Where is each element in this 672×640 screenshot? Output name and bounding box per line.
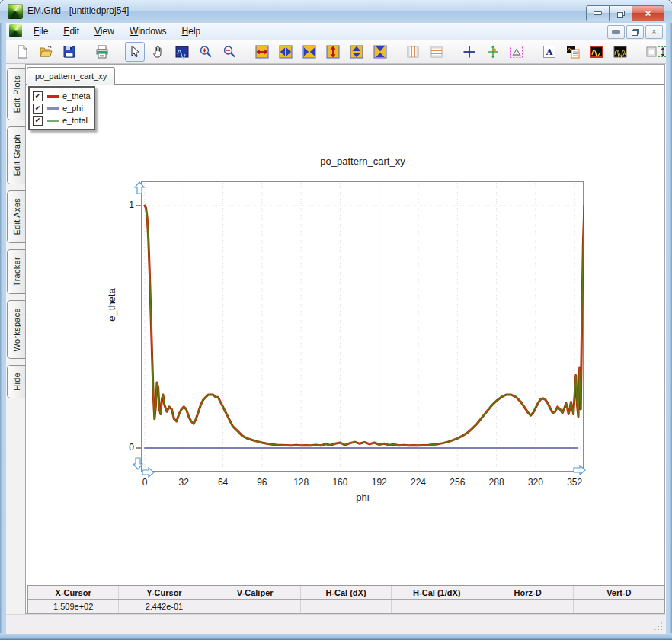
sidebar-tab-workspace[interactable]: Workspace: [7, 300, 25, 360]
legend-item-e_theta: ✔e_theta: [33, 90, 91, 102]
sidebar-tab-edit-plots[interactable]: Edit Plots: [7, 68, 25, 120]
pan-hand-button[interactable]: [149, 42, 168, 62]
text-annotation-button[interactable]: A: [539, 42, 559, 62]
open-file-button[interactable]: [36, 42, 56, 62]
mdi-minimize-button[interactable]: [607, 25, 625, 39]
maximize-button[interactable]: [610, 5, 632, 21]
vertical-spacing-icon: [645, 44, 666, 59]
vertical-spacing-button[interactable]: [643, 42, 666, 62]
stretch-x-axis-button[interactable]: [276, 42, 296, 62]
sidebar-tab-label: Edit Graph: [12, 134, 21, 177]
multi-plot-icon: [613, 44, 628, 59]
titlebar[interactable]: EM.Grid - [untitledproj54] ×: [0, 0, 672, 24]
document-tab-label: po_pattern_cart_xy: [35, 72, 107, 81]
single-plot-button[interactable]: [587, 42, 606, 62]
expand-x-axis-button[interactable]: [252, 42, 272, 62]
menu-view[interactable]: View: [87, 23, 122, 40]
document-tab[interactable]: po_pattern_cart_xy: [27, 67, 115, 85]
x-tick-label: 192: [366, 477, 393, 488]
plot-properties-button[interactable]: [563, 42, 583, 62]
shrink-y-axis-button[interactable]: [370, 42, 390, 62]
save-file-button[interactable]: [59, 42, 79, 62]
cursor-col-header: H-Cal (dX): [301, 586, 392, 599]
close-button[interactable]: ×: [632, 5, 664, 21]
print-button[interactable]: [92, 42, 112, 62]
tab-separator: [26, 84, 664, 85]
shrink-y-axis-icon: [373, 44, 388, 59]
new-file-button[interactable]: [12, 42, 32, 62]
pan-hand-icon: [151, 44, 166, 59]
caliper-button[interactable]: [507, 42, 526, 62]
horizontal-markers-button[interactable]: [427, 42, 446, 62]
toolbar: ALayout: [6, 40, 666, 64]
sidebar-tab-label: Edit Axes: [12, 198, 21, 235]
x-tick-label: 224: [405, 477, 432, 488]
x-tick-label: 352: [561, 477, 588, 488]
legend-item-e_phi: ✔e_phi: [33, 102, 91, 114]
multi-plot-button[interactable]: [610, 42, 630, 62]
em-grid-window: EM.Grid - [untitledproj54] × FileEditVie…: [0, 0, 672, 640]
checkbox-icon[interactable]: ✔: [33, 116, 43, 126]
legend-swatch-icon: [47, 107, 59, 110]
legend-label: e_theta: [62, 91, 91, 101]
legend-label: e_phi: [62, 104, 83, 113]
x-tick-label: 288: [483, 477, 510, 488]
series-e_theta: [145, 206, 584, 446]
menu-help[interactable]: Help: [174, 23, 209, 40]
crosshair-button[interactable]: [459, 42, 479, 62]
sidebar-tab-label: Hide: [12, 373, 21, 391]
resize-grip-icon[interactable]: [661, 629, 662, 630]
zoom-out-icon: [222, 44, 237, 59]
pan-right-origin-arrow-icon[interactable]: [141, 467, 155, 478]
pan-right-end-arrow-icon[interactable]: [572, 465, 586, 475]
checkbox-icon[interactable]: ✔: [33, 91, 43, 101]
zoom-in-icon: [198, 44, 213, 59]
sidebar-tab-label: Workspace: [12, 308, 21, 352]
fit-view-icon: [174, 44, 190, 59]
cursor-col-header: Y-Cursor: [119, 586, 210, 599]
menu-file[interactable]: File: [26, 23, 56, 40]
sidebar-tab-edit-axes[interactable]: Edit Axes: [7, 190, 25, 243]
window-border-bottom: [0, 633, 672, 640]
cursor-value-cell: [482, 600, 573, 613]
mdi-restore-button[interactable]: [626, 25, 644, 39]
window-title: EM.Grid - [untitledproj54]: [27, 5, 129, 16]
x-tick-label: 128: [287, 477, 315, 488]
legend-item-e_total: ✔e_total: [33, 114, 91, 126]
menu-edit[interactable]: Edit: [56, 23, 87, 40]
menubar: FileEditViewWindowsHelp ×: [6, 23, 666, 40]
zoom-in-button[interactable]: [196, 42, 216, 62]
cursor-col-header: X-Cursor: [28, 586, 119, 599]
plot-area[interactable]: [141, 181, 584, 472]
select-cursor-button[interactable]: [125, 42, 145, 62]
sidebar-tab-hide[interactable]: Hide: [7, 365, 25, 398]
expand-y-axis-button[interactable]: [323, 42, 343, 62]
cursor-col-header: H-Cal (1/dX): [392, 586, 482, 599]
minimize-button[interactable]: [586, 5, 610, 21]
stretch-y-axis-button[interactable]: [347, 42, 366, 62]
zoom-out-button[interactable]: [219, 42, 239, 62]
sidebar-tab-tracker[interactable]: Tracker: [7, 249, 25, 294]
single-plot-icon: [589, 44, 604, 59]
y-tick-mark: [136, 447, 141, 449]
sidebar: Edit PlotsEdit GraphEdit AxesTrackerWork…: [6, 64, 25, 614]
tracker-button[interactable]: [483, 42, 503, 62]
status-bar: [6, 614, 666, 634]
select-cursor-icon: [127, 44, 142, 59]
pan-up-arrow-icon[interactable]: [134, 181, 145, 195]
x-tick-label: 96: [248, 477, 276, 488]
vertical-markers-button[interactable]: [403, 42, 423, 62]
menu-windows[interactable]: Windows: [122, 23, 174, 40]
x-tick-label: 160: [326, 477, 354, 488]
fit-view-button[interactable]: [172, 42, 192, 62]
mdi-close-button[interactable]: ×: [645, 25, 663, 39]
window-border-right: [666, 23, 672, 634]
checkbox-icon[interactable]: ✔: [33, 104, 43, 114]
shrink-x-axis-button[interactable]: [299, 42, 319, 62]
x-tick-label: 0: [131, 477, 158, 488]
shrink-x-axis-icon: [302, 44, 317, 59]
sidebar-tab-edit-graph[interactable]: Edit Graph: [7, 126, 25, 184]
svg-text:A: A: [546, 47, 553, 57]
legend-label: e_total: [62, 116, 88, 125]
plot-legend: ✔e_theta✔e_phi✔e_total: [28, 86, 95, 130]
